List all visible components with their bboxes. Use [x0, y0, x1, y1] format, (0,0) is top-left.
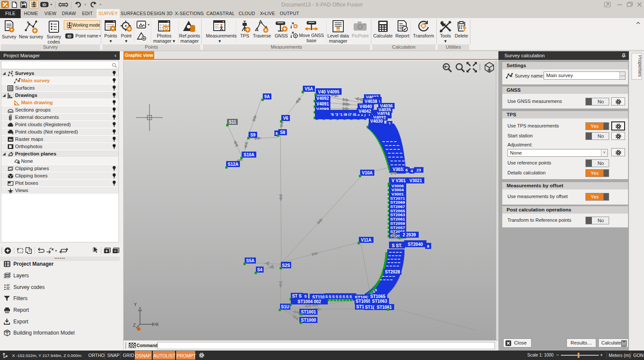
svg-text:S2S: S2S: [282, 263, 290, 268]
svg-text:S: S: [373, 290, 375, 294]
svg-text:ST1055: ST1055: [355, 299, 370, 304]
svg-text:V3021: V3021: [410, 178, 422, 183]
svg-text:V40 V4095: V40 V4095: [318, 90, 339, 94]
svg-text:S: S: [349, 295, 352, 299]
svg-text:S: S: [304, 294, 307, 298]
svg-text:V10A: V10A: [362, 171, 373, 175]
svg-text:'t: 't: [389, 121, 391, 125]
svg-text:V4038: V4038: [365, 99, 377, 104]
svg-text:3D: 3D: [488, 68, 492, 71]
svg-text:S10A: S10A: [243, 152, 254, 157]
svg-text:ST1004 002: ST1004 002: [298, 299, 321, 304]
svg-text:Properties: Properties: [638, 55, 641, 77]
svg-text:Z: Z: [133, 323, 136, 328]
svg-text:S12A: S12A: [227, 162, 238, 167]
svg-text:ST1001: ST1001: [301, 310, 316, 314]
svg-text:S1U: S1U: [281, 304, 289, 309]
svg-text:ID: ID: [68, 34, 72, 38]
svg-text:V3033: V3033: [393, 167, 405, 172]
svg-text:S5A: S5A: [246, 258, 254, 263]
svg-text:ST2028: ST2028: [385, 270, 400, 274]
svg-text:4: 4: [411, 168, 413, 173]
svg-text:ST2040: ST2040: [408, 242, 423, 247]
svg-text:6: 6: [405, 168, 408, 172]
svg-text:S: S: [329, 295, 331, 299]
svg-text:S: S: [342, 295, 345, 299]
svg-text:Y: Y: [134, 302, 137, 307]
svg-text:23: 23: [417, 168, 421, 172]
svg-text:ST1063: ST1063: [372, 299, 387, 304]
svg-text:V11A: V11A: [361, 238, 371, 242]
svg-text:V4042: V4042: [359, 109, 371, 114]
svg-text:S ST.: S ST.: [392, 243, 402, 248]
svg-text:ST S: ST S: [292, 294, 302, 298]
svg-text:2 2039: 2 2039: [403, 233, 416, 237]
svg-text:X: X: [156, 322, 159, 327]
svg-text:V V301: V V301: [392, 178, 406, 183]
svg-text:S: S: [346, 295, 348, 299]
svg-text:ST1061: ST1061: [376, 305, 392, 310]
svg-text:9A: 9A: [264, 94, 270, 99]
svg-text:S9: S9: [250, 133, 256, 137]
svg-text:8: 8: [427, 244, 429, 248]
svg-text:V5A: V5A: [305, 87, 313, 91]
svg-text:ST1000: ST1000: [301, 318, 316, 323]
svg-text:S: S: [339, 295, 342, 299]
svg-text:S: S: [332, 295, 335, 299]
svg-text:V4092: V4092: [317, 96, 329, 101]
svg-text:S11: S11: [229, 120, 236, 124]
svg-text:V4030: V4030: [370, 119, 383, 124]
svg-text:ST1(: ST1(: [365, 305, 374, 310]
svg-text:S: S: [375, 288, 377, 292]
svg-text:ID: ID: [43, 3, 47, 7]
svg-text:S8: S8: [280, 130, 286, 135]
svg-text:V4091: V4091: [317, 102, 329, 106]
svg-text:S: S: [336, 295, 338, 299]
svg-text:S: S: [325, 295, 328, 299]
svg-text:V6: V6: [283, 116, 289, 121]
svg-text:S4: S4: [257, 267, 263, 272]
